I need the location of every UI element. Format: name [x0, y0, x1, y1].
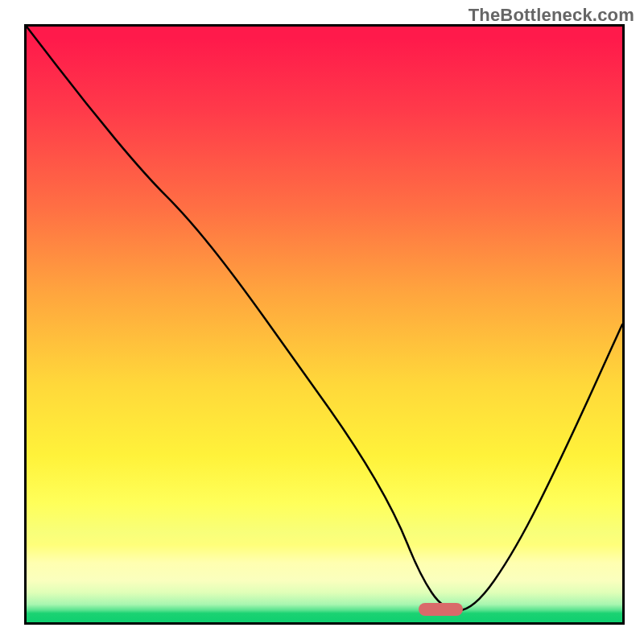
watermark-text: TheBottleneck.com: [469, 5, 634, 26]
plot-area: [24, 24, 625, 625]
optimum-indicator: [419, 603, 464, 616]
bottleneck-curve: [27, 27, 622, 622]
